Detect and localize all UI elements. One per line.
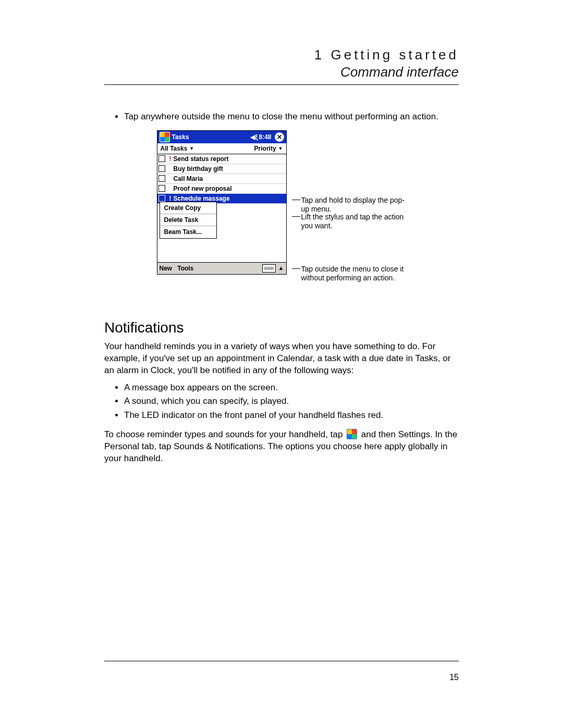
footer-rule [104, 661, 459, 661]
section-title: Command interface [104, 64, 459, 80]
clock: 8:48 [259, 133, 271, 141]
page-number: 15 [449, 673, 459, 682]
filter-bar: All Tasks▼ Priority▼ [157, 143, 286, 154]
chapter-title: 1 Getting started [104, 47, 459, 63]
notif-bullet: A sound, which you can specify, is playe… [124, 396, 459, 408]
close-icon[interactable]: ✕ [275, 132, 284, 142]
task-row[interactable]: Buy birthday gift [157, 164, 286, 174]
checkbox-icon[interactable] [158, 195, 165, 202]
figure: Tasks ◀ξ 8:48 ✕ All Tasks▼ Priority▼ !Se… [104, 130, 459, 302]
task-list: !Send status report Buy birthday gift Ca… [157, 154, 286, 204]
callout-1: Tap and hold to display the pop-up menu. [301, 196, 407, 214]
keyboard-icon[interactable] [262, 264, 276, 273]
checkbox-icon[interactable] [158, 165, 165, 172]
callout-line [292, 200, 300, 200]
chevron-down-icon: ▼ [189, 145, 194, 152]
start-icon [347, 429, 357, 439]
notif-bullet: The LED indicator on the front panel of … [124, 410, 459, 422]
notif-bullet: A message box appears on the screen. [124, 382, 459, 394]
intro-bullet: Tap anywhere outside the menu to close t… [124, 111, 459, 123]
menu-item-beam-task[interactable]: Beam Task... [160, 226, 216, 238]
start-icon[interactable] [160, 132, 170, 142]
menu-bar: New Tools ▲ [157, 262, 286, 274]
app-title: Tasks [172, 133, 251, 141]
title-bar: Tasks ◀ξ 8:48 ✕ [157, 131, 286, 143]
context-menu: Create Copy Delete Task Beam Task... [160, 202, 217, 239]
task-row[interactable]: Proof new proposal [157, 184, 286, 194]
task-row[interactable]: !Send status report [157, 154, 286, 164]
priority-flag-icon: ! [168, 155, 173, 163]
callout-2: Lift the stylus and tap the action you w… [301, 213, 407, 231]
task-row[interactable]: Call Maria [157, 174, 286, 184]
intro-bullets: Tap anywhere outside the menu to close t… [104, 111, 459, 123]
chevron-down-icon: ▼ [278, 145, 283, 152]
notifications-intro: Your handheld reminds you in a variety o… [104, 341, 459, 377]
notifications-outro: To choose reminder types and sounds for … [104, 429, 459, 465]
menu-tools[interactable]: Tools [177, 264, 193, 273]
menu-item-delete-task[interactable]: Delete Task [160, 214, 216, 226]
menu-new[interactable]: New [160, 264, 173, 273]
callout-line [292, 216, 300, 217]
up-arrow-icon[interactable]: ▲ [278, 264, 284, 272]
callout-line [292, 268, 300, 269]
filter-all-tasks[interactable]: All Tasks▼ [161, 144, 194, 153]
page-header: 1 Getting started Command interface [104, 47, 459, 80]
filter-priority[interactable]: Priority▼ [254, 144, 283, 153]
notifications-bullets: A message box appears on the screen. A s… [104, 382, 459, 422]
menu-item-create-copy[interactable]: Create Copy [160, 202, 216, 214]
checkbox-icon[interactable] [158, 175, 165, 182]
callout-3: Tap outside the menu to close it without… [301, 265, 407, 283]
checkbox-icon[interactable] [158, 185, 165, 192]
header-rule [104, 84, 459, 85]
speaker-icon[interactable]: ◀ξ [250, 133, 258, 141]
notifications-heading: Notifications [104, 318, 459, 338]
device-screenshot: Tasks ◀ξ 8:48 ✕ All Tasks▼ Priority▼ !Se… [157, 130, 287, 275]
checkbox-icon[interactable] [158, 155, 165, 162]
callouts: Tap and hold to display the pop-up menu.… [292, 130, 407, 302]
